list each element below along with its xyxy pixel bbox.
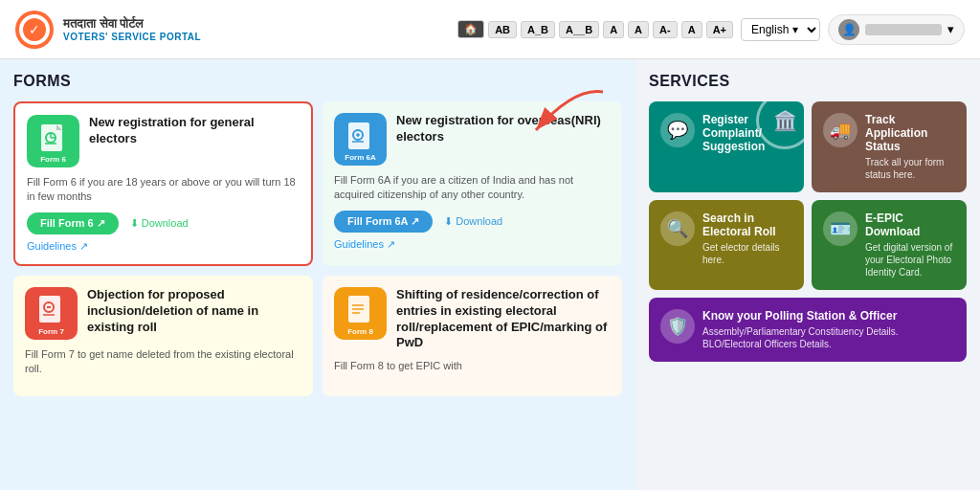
form6-header: Form 6 New registration for general elec… <box>27 115 300 167</box>
search-electoral-icon: 🔍 <box>660 212 695 246</box>
search-text: Search in Electoral Roll Get elector det… <box>702 212 792 266</box>
form6-text: New registration for general electors <box>89 115 300 147</box>
form6a-icon: Form 6A <box>334 113 387 166</box>
user-name-blurred <box>865 24 942 35</box>
form6a-header: Form 6A New registration for overseas(NR… <box>334 113 611 166</box>
form8-title: Shifting of residence/correction of entr… <box>396 287 611 352</box>
font-size-normal[interactable]: A <box>681 21 702 38</box>
font-a-b-button[interactable]: A_B <box>521 21 555 38</box>
language-selector[interactable]: English ▾ हिन्दी <box>741 18 820 41</box>
form6a-text: New registration for overseas(NRI) elect… <box>396 113 611 145</box>
search-electoral-card[interactable]: 🔍 Search in Electoral Roll Get elector d… <box>649 200 804 290</box>
home-button[interactable]: 🏠 <box>457 20 484 38</box>
form6-description: Fill Form 6 if you are 18 years or above… <box>27 175 300 205</box>
svg-text:✓: ✓ <box>29 22 40 37</box>
form6-card: Form 6 New registration for general elec… <box>13 101 313 266</box>
top-nav: ✓ मतदाता सेवा पोर्टल VOTERS' SERVICE POR… <box>0 0 980 59</box>
form6a-doc-icon <box>346 122 375 157</box>
font-a1-button[interactable]: A <box>603 21 624 38</box>
nav-right: 🏠 AB A_B A__B A A A- A A+ English ▾ हिन्… <box>457 14 965 45</box>
complaint-icon: 💬 <box>660 113 695 147</box>
services-panel: SERVICES 💬 Register Complaint/ Suggestio… <box>635 59 980 490</box>
nav-icons: 🏠 AB A_B A__B A A A- A A+ <box>457 20 733 38</box>
font-a2-button[interactable]: A <box>628 21 649 38</box>
portal-name-hindi: मतदाता सेवा पोर्टल <box>63 16 201 32</box>
track-desc: Track all your form status here. <box>865 156 955 181</box>
track-application-card[interactable]: 🚚 Track Application Status Track all you… <box>812 101 967 192</box>
user-avatar-icon: 👤 <box>838 19 859 40</box>
epic-title: E-EPIC Download <box>865 212 955 238</box>
form7-doc-icon <box>37 296 66 330</box>
user-profile-button[interactable]: 👤 ▾ <box>828 14 965 45</box>
complaint-text: Register Complaint/ Suggestion 🏛️ <box>702 113 792 156</box>
download-form6a-link[interactable]: ⬇ Download <box>444 215 502 228</box>
search-desc: Get elector details here. <box>702 241 792 266</box>
form8-description: Fill Form 8 to get EPIC with <box>334 359 611 373</box>
guidelines-form6-link[interactable]: Guidelines ↗ <box>27 240 300 253</box>
polling-station-card[interactable]: 🛡️ Know your Polling Station & Officer A… <box>649 298 967 362</box>
form8-card: Form 8 Shifting of residence/correction … <box>323 276 622 396</box>
portal-name-english: VOTERS' SERVICE PORTAL <box>63 32 201 42</box>
forms-panel: FORMS <box>0 59 635 490</box>
form6-actions: Fill Form 6 ↗ ⬇ Download <box>27 212 300 234</box>
form8-icon: Form 8 <box>334 287 387 340</box>
main-content: FORMS <box>0 59 980 490</box>
register-complaint-card[interactable]: 💬 Register Complaint/ Suggestion 🏛️ <box>649 101 804 192</box>
polling-text: Know your Polling Station & Officer Asse… <box>702 309 955 350</box>
form6-label: Form 6 <box>40 155 66 164</box>
track-title: Track Application Status <box>865 113 955 153</box>
polling-title: Know your Polling Station & Officer <box>702 309 955 323</box>
form6a-actions: Fill Form 6A ↗ ⬇ Download <box>334 211 611 233</box>
forms-grid: Form 6 New registration for general elec… <box>13 101 622 396</box>
fill-form6a-button[interactable]: Fill Form 6A ↗ <box>334 211 433 233</box>
form6a-label: Form 6A <box>345 153 375 162</box>
form6-title: New registration for general electors <box>89 115 300 147</box>
forms-title: FORMS <box>13 73 622 90</box>
logo-text: मतदाता सेवा पोर्टल VOTERS' SERVICE PORTA… <box>63 16 201 42</box>
form6-icon: Form 6 <box>27 115 79 167</box>
epic-text: E-EPIC Download Get digital version of y… <box>865 212 955 278</box>
polling-desc: Assembly/Parliamentary Constituency Deta… <box>702 325 955 350</box>
form8-header: Form 8 Shifting of residence/correction … <box>334 287 611 352</box>
search-title: Search in Electoral Roll <box>702 212 792 238</box>
svg-rect-11 <box>39 296 60 323</box>
fill-form6-button[interactable]: Fill Form 6 ↗ <box>27 212 119 234</box>
track-text: Track Application Status Track all your … <box>865 113 955 181</box>
services-title: SERVICES <box>649 73 967 90</box>
font-a--b-button[interactable]: A__B <box>559 21 599 38</box>
form7-header: Form 7 Objection for proposed inclusion/… <box>25 287 301 340</box>
form7-description: Fill Form 7 to get name deleted from the… <box>25 347 301 377</box>
form6-doc-icon <box>39 124 68 159</box>
form6a-title: New registration for overseas(NRI) elect… <box>396 113 611 145</box>
form8-text: Shifting of residence/correction of entr… <box>396 287 611 352</box>
form8-doc-icon <box>346 296 375 330</box>
form6a-card: Form 6A New registration for overseas(NR… <box>323 101 622 266</box>
form7-text: Objection for proposed inclusion/deletio… <box>87 287 301 336</box>
form6a-description: Fill Form 6A if you are a citizen of Ind… <box>334 173 611 203</box>
epic-download-card[interactable]: 🪪 E-EPIC Download Get digital version of… <box>812 200 967 290</box>
track-icon: 🚚 <box>823 113 858 147</box>
epic-icon: 🪪 <box>823 212 858 246</box>
polling-icon: 🛡️ <box>660 309 695 344</box>
svg-rect-9 <box>348 122 369 149</box>
guidelines-form6a-link[interactable]: Guidelines ↗ <box>334 238 611 251</box>
font-size-minus[interactable]: A- <box>653 21 678 38</box>
download-form6-link[interactable]: ⬇ Download <box>130 217 189 230</box>
logo-icon: ✓ <box>15 11 54 49</box>
form7-label: Form 7 <box>38 327 64 336</box>
logo-area: ✓ मतदाता सेवा पोर्टल VOTERS' SERVICE POR… <box>15 11 201 49</box>
font-ab-button[interactable]: AB <box>488 21 517 38</box>
epic-desc: Get digital version of your Electoral Ph… <box>865 241 955 278</box>
user-dropdown-chevron: ▾ <box>947 22 954 36</box>
form8-label: Form 8 <box>347 327 373 336</box>
services-grid: 💬 Register Complaint/ Suggestion 🏛️ 🚚 Tr… <box>649 101 967 362</box>
form7-icon: Form 7 <box>25 287 78 340</box>
forms-section: Form 6 New registration for general elec… <box>13 101 622 396</box>
form7-card: Form 7 Objection for proposed inclusion/… <box>13 276 313 396</box>
form7-title: Objection for proposed inclusion/deletio… <box>87 287 301 336</box>
font-size-plus[interactable]: A+ <box>706 21 733 38</box>
